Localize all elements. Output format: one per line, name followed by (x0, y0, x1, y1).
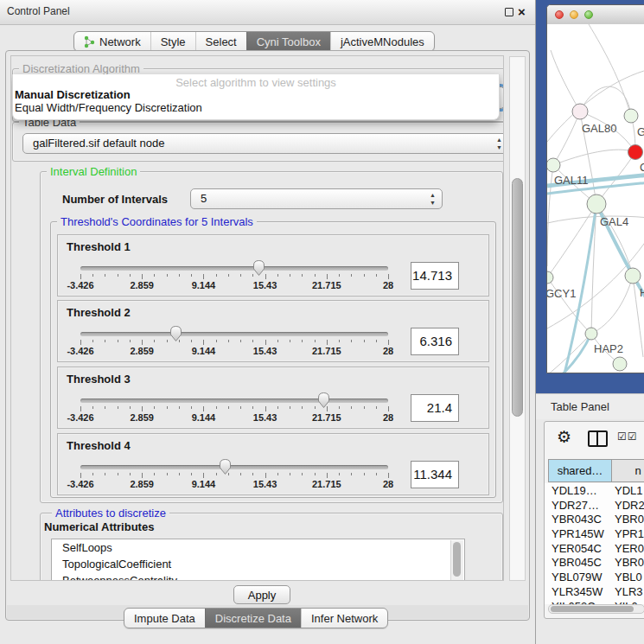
list-item-topologicalcoefficient[interactable]: TopologicalCoefficient (52, 556, 464, 572)
slider-tick (203, 473, 204, 478)
list-scrollbar[interactable] (450, 540, 463, 581)
table-row[interactable]: YBR045CYBR0 (545, 555, 644, 570)
minimize-traffic-light-icon[interactable] (570, 10, 578, 19)
slider-tick-label: 15.43 (244, 412, 287, 423)
num-intervals-value: 5 (201, 189, 207, 208)
network-node[interactable] (613, 357, 627, 371)
split-view-icon[interactable] (588, 430, 608, 447)
threshold-value-field[interactable]: 21.4 (411, 394, 459, 422)
list-item-betweennesscentrality[interactable]: BetweennessCentrality (52, 572, 464, 581)
threshold-value-field[interactable]: 11.344 (411, 461, 459, 488)
slider-tick (351, 473, 352, 475)
slider-tick (388, 274, 389, 279)
tab-cyni-toolbox[interactable]: Cyni Toolbox (246, 32, 330, 51)
tab-select[interactable]: Select (195, 32, 246, 51)
tab-style[interactable]: Style (150, 32, 195, 51)
network-node-g[interactable] (624, 109, 638, 123)
node-label: H (640, 286, 644, 299)
dropdown-item-equal-width-frequency-discretization[interactable]: Equal Width/Frequency Discretization (13, 101, 499, 114)
float-window-icon[interactable] (505, 8, 513, 16)
slider-tick (351, 274, 352, 277)
threshold-slider-track[interactable] (80, 399, 388, 403)
table-row[interactable]: YBR043CYBR0 (545, 512, 644, 526)
network-edge[interactable] (547, 204, 596, 277)
tab-infer-network[interactable]: Infer Network (301, 609, 387, 628)
slider-thumb[interactable] (218, 458, 233, 475)
slider-tick (388, 473, 389, 478)
network-edge[interactable] (589, 24, 631, 116)
horizontal-scrollbar-thumb[interactable] (551, 606, 634, 612)
slider-tick (191, 473, 192, 475)
bottom-tab-bar: Impute DataDiscretize DataInfer Network (124, 608, 388, 628)
network-node-h[interactable] (625, 268, 641, 284)
close-traffic-light-icon[interactable] (555, 10, 564, 19)
top-tab-bar: NetworkStyleSelectCyni ToolboxjActiveMNo… (73, 31, 435, 52)
table-row[interactable]: YDR27…YDR2 (545, 498, 644, 513)
slider-tick (130, 340, 131, 342)
network-edge[interactable] (591, 276, 633, 334)
dropdown-item-placeholder[interactable]: Select algorithm to view settings (13, 76, 499, 89)
cell-shared-name: YBL079W (552, 571, 603, 583)
slider-tick-label: 21.715 (305, 412, 348, 423)
tab-impute-data[interactable]: Impute Data (124, 609, 205, 628)
vertical-scrollbar[interactable] (509, 56, 526, 581)
network-edge[interactable] (553, 150, 635, 165)
slider-tick (339, 406, 340, 409)
column-header-shared[interactable]: shared… (548, 459, 612, 482)
slider-tick (142, 340, 143, 345)
tab-network[interactable]: Network (74, 32, 150, 51)
close-icon[interactable]: × (518, 4, 526, 19)
table-data-combobox[interactable]: galFiltered.sif default node ▲▼ (22, 133, 504, 154)
network-edge[interactable] (547, 165, 553, 266)
threshold-value-field[interactable]: 14.713 (411, 262, 459, 290)
tab-discretize-data[interactable]: Discretize Data (205, 609, 301, 628)
tab-jactivemnodules[interactable]: jActiveMNodules (330, 32, 434, 51)
threshold-row-1: Threshold 1-3.4262.8599.14415.4321.71528… (57, 234, 489, 296)
gear-icon[interactable]: ⚙ (557, 427, 571, 447)
zoom-traffic-light-icon[interactable] (584, 10, 593, 19)
vertical-scrollbar-thumb[interactable] (512, 178, 523, 417)
list-scrollbar-thumb[interactable] (453, 542, 461, 577)
slider-thumb[interactable] (316, 392, 331, 409)
threshold-slider-track[interactable] (80, 332, 388, 336)
network-view-window[interactable]: GAL80GCGAL11GAL4GCY1HHAP2 (546, 4, 644, 373)
network-canvas[interactable]: GAL80GCGAL11GAL4GCY1HHAP2 (547, 24, 644, 373)
network-window-titlebar[interactable] (547, 5, 644, 25)
apply-button[interactable]: Apply (233, 585, 290, 604)
table-row[interactable]: YDL19…YDL1 (545, 483, 644, 498)
network-node-gcy1[interactable] (547, 271, 553, 284)
slider-tick-label: -3.426 (59, 479, 102, 489)
threshold-row-2: Threshold 2-3.4262.8599.14415.4321.71528… (57, 300, 489, 362)
tab-label-select: Select (206, 35, 237, 48)
slider-tick (203, 406, 204, 411)
select-columns-icon[interactable]: ☑☑ (617, 430, 638, 443)
table-row[interactable]: YLR345WYLR3 (545, 584, 644, 599)
network-node-gal11[interactable] (547, 158, 560, 172)
network-node-hap2[interactable] (585, 328, 597, 340)
stepper-down-icon: ▼ (496, 143, 502, 151)
network-node-c[interactable] (628, 145, 643, 160)
node-label: GAL11 (554, 174, 589, 187)
interval-definition-group-title: Interval Definition (47, 166, 140, 177)
table-row[interactable]: YBL079WYBL0 (545, 570, 644, 584)
slider-tick (167, 274, 168, 277)
network-node-gal4[interactable] (587, 194, 606, 214)
horizontal-scrollbar[interactable] (548, 604, 644, 614)
threshold-value-field[interactable]: 6.316 (411, 328, 459, 355)
threshold-slider-track[interactable] (80, 465, 388, 469)
num-intervals-combobox[interactable]: 5 ▲▼ (190, 188, 443, 209)
threshold-slider-track[interactable] (80, 266, 388, 271)
column-header-n[interactable]: n (611, 459, 644, 482)
network-graph[interactable]: GAL80GCGAL11GAL4GCY1HHAP2 (547, 24, 644, 373)
network-node-gal80[interactable] (572, 104, 588, 119)
slider-tick-label: 2.859 (120, 479, 163, 489)
slider-tick (277, 473, 278, 475)
list-item-selfloops[interactable]: SelfLoops (52, 539, 464, 556)
dropdown-item-manual-discretization[interactable]: Manual Discretization (13, 88, 499, 101)
table-row[interactable]: YPR145WYPR1 (545, 526, 644, 541)
slider-thumb[interactable] (252, 259, 266, 277)
numerical-attributes-list[interactable]: SelfLoopsTopologicalCoefficientBetweenne… (51, 539, 465, 581)
table-row[interactable]: YER054CYER0 (545, 541, 644, 556)
slider-thumb[interactable] (169, 325, 183, 342)
network-edge[interactable] (551, 50, 580, 112)
